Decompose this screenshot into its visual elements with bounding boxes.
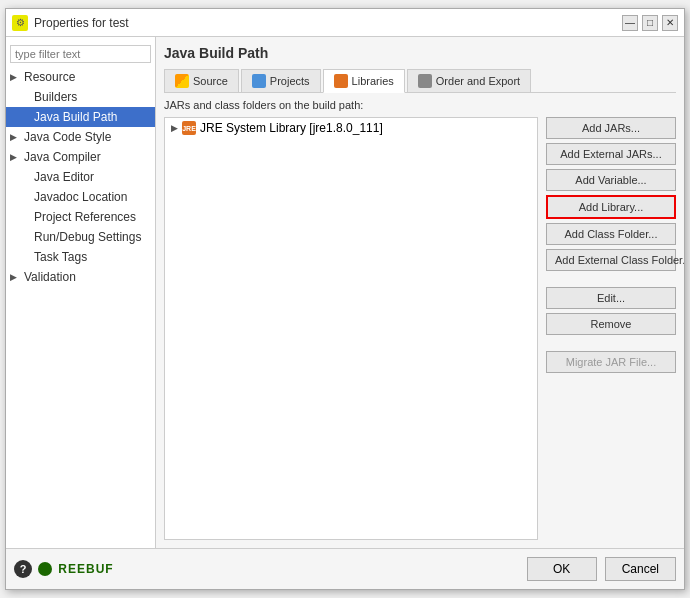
add-class-folder-button[interactable]: Add Class Folder... bbox=[546, 223, 676, 245]
sidebar-label-java-editor: Java Editor bbox=[34, 170, 94, 184]
libraries-tab-icon bbox=[334, 74, 348, 88]
title-bar-left: ⚙ Properties for test bbox=[12, 15, 129, 31]
help-icon-label: ? bbox=[20, 563, 27, 575]
filter-input[interactable] bbox=[10, 45, 151, 63]
sidebar-item-resource[interactable]: ▶ Resource bbox=[6, 67, 155, 87]
sidebar-item-builders[interactable]: Builders bbox=[6, 87, 155, 107]
content-area: ▶ Resource Builders Java Build Path ▶ Ja… bbox=[6, 37, 684, 548]
arrow-icon-compiler: ▶ bbox=[10, 152, 20, 162]
sidebar-label-java-code-style: Java Code Style bbox=[24, 130, 111, 144]
sidebar-label-validation: Validation bbox=[24, 270, 76, 284]
description: JARs and class folders on the build path… bbox=[164, 99, 676, 111]
title-controls: — □ ✕ bbox=[622, 15, 678, 31]
sidebar-item-java-code-style[interactable]: ▶ Java Code Style bbox=[6, 127, 155, 147]
tree-item-jre[interactable]: ▶ JRE JRE System Library [jre1.8.0_111] bbox=[165, 118, 537, 138]
add-variable-button[interactable]: Add Variable... bbox=[546, 169, 676, 191]
tabs: Source Projects Libraries Order and Expo… bbox=[164, 69, 676, 93]
help-icon[interactable]: ? bbox=[14, 560, 32, 578]
sidebar-label-java-build-path: Java Build Path bbox=[34, 110, 117, 124]
add-jars-button[interactable]: Add JARs... bbox=[546, 117, 676, 139]
tab-projects-label: Projects bbox=[270, 75, 310, 87]
sidebar-item-validation[interactable]: ▶ Validation bbox=[6, 267, 155, 287]
arrow-icon-code-style: ▶ bbox=[10, 132, 20, 142]
sidebar-label-task-tags: Task Tags bbox=[34, 250, 87, 264]
migrate-jar-file-button[interactable]: Migrate JAR File... bbox=[546, 351, 676, 373]
edit-button[interactable]: Edit... bbox=[546, 287, 676, 309]
tree-item-jre-label: JRE System Library [jre1.8.0_111] bbox=[200, 121, 383, 135]
sidebar-label-builders: Builders bbox=[34, 90, 77, 104]
cancel-button[interactable]: Cancel bbox=[605, 557, 676, 581]
close-button[interactable]: ✕ bbox=[662, 15, 678, 31]
tab-source-label: Source bbox=[193, 75, 228, 87]
main-panel: Java Build Path Source Projects Librarie… bbox=[156, 37, 684, 548]
remove-button[interactable]: Remove bbox=[546, 313, 676, 335]
sidebar-item-java-editor[interactable]: Java Editor bbox=[6, 167, 155, 187]
tab-source[interactable]: Source bbox=[164, 69, 239, 92]
properties-window: ⚙ Properties for test — □ ✕ ▶ Resource B… bbox=[5, 8, 685, 590]
sidebar-item-javadoc-location[interactable]: Javadoc Location bbox=[6, 187, 155, 207]
tab-libraries[interactable]: Libraries bbox=[323, 69, 405, 93]
arrow-icon: ▶ bbox=[10, 72, 20, 82]
window-icon: ⚙ bbox=[12, 15, 28, 31]
window-title: Properties for test bbox=[34, 16, 129, 30]
projects-tab-icon bbox=[252, 74, 266, 88]
brand-text: REEBUF bbox=[38, 562, 114, 577]
maximize-button[interactable]: □ bbox=[642, 15, 658, 31]
footer-left: ? REEBUF bbox=[14, 560, 519, 578]
file-tree[interactable]: ▶ JRE JRE System Library [jre1.8.0_111] bbox=[164, 117, 538, 540]
separator-1 bbox=[546, 275, 676, 283]
tree-arrow-icon: ▶ bbox=[171, 123, 178, 133]
tab-order-export-label: Order and Export bbox=[436, 75, 520, 87]
sidebar-label-project-references: Project References bbox=[34, 210, 136, 224]
sidebar-item-run-debug-settings[interactable]: Run/Debug Settings bbox=[6, 227, 155, 247]
buttons-panel: Add JARs... Add External JARs... Add Var… bbox=[546, 117, 676, 540]
sidebar-item-task-tags[interactable]: Task Tags bbox=[6, 247, 155, 267]
separator-2 bbox=[546, 339, 676, 347]
sidebar: ▶ Resource Builders Java Build Path ▶ Ja… bbox=[6, 37, 156, 548]
tab-libraries-label: Libraries bbox=[352, 75, 394, 87]
title-bar: ⚙ Properties for test — □ ✕ bbox=[6, 9, 684, 37]
source-tab-icon bbox=[175, 74, 189, 88]
sidebar-item-java-compiler[interactable]: ▶ Java Compiler bbox=[6, 147, 155, 167]
order-tab-icon bbox=[418, 74, 432, 88]
sidebar-label-javadoc-location: Javadoc Location bbox=[34, 190, 127, 204]
sidebar-item-java-build-path[interactable]: Java Build Path bbox=[6, 107, 155, 127]
tab-projects[interactable]: Projects bbox=[241, 69, 321, 92]
sidebar-label-java-compiler: Java Compiler bbox=[24, 150, 101, 164]
arrow-icon-validation: ▶ bbox=[10, 272, 20, 282]
jre-icon: JRE bbox=[182, 121, 196, 135]
ok-button[interactable]: OK bbox=[527, 557, 597, 581]
sidebar-label-run-debug-settings: Run/Debug Settings bbox=[34, 230, 141, 244]
sidebar-item-project-references[interactable]: Project References bbox=[6, 207, 155, 227]
build-path-area: ▶ JRE JRE System Library [jre1.8.0_111] … bbox=[164, 117, 676, 540]
sidebar-label-resource: Resource bbox=[24, 70, 75, 84]
minimize-button[interactable]: — bbox=[622, 15, 638, 31]
add-external-jars-button[interactable]: Add External JARs... bbox=[546, 143, 676, 165]
footer: ? REEBUF OK Cancel bbox=[6, 548, 684, 589]
add-external-class-folder-button[interactable]: Add External Class Folder... bbox=[546, 249, 676, 271]
main-title: Java Build Path bbox=[164, 45, 676, 61]
add-library-button[interactable]: Add Library... bbox=[546, 195, 676, 219]
tab-order-export[interactable]: Order and Export bbox=[407, 69, 531, 92]
